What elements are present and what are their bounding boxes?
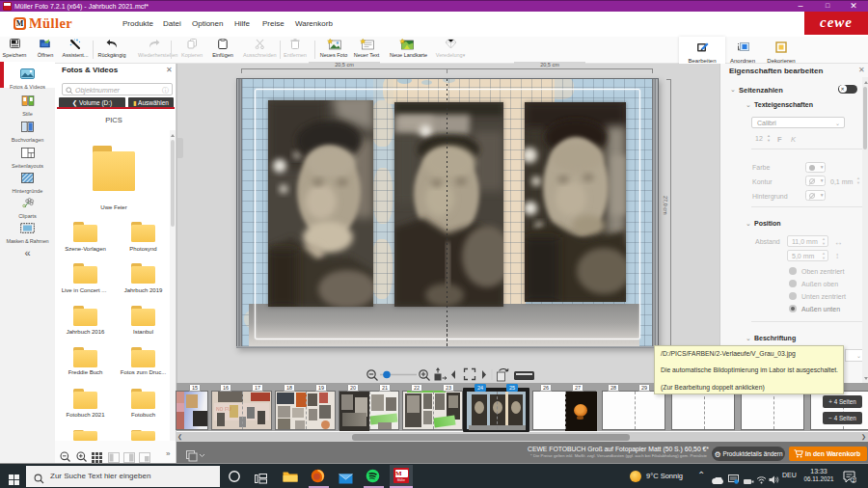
svg-text:2: 2 xyxy=(852,477,854,483)
